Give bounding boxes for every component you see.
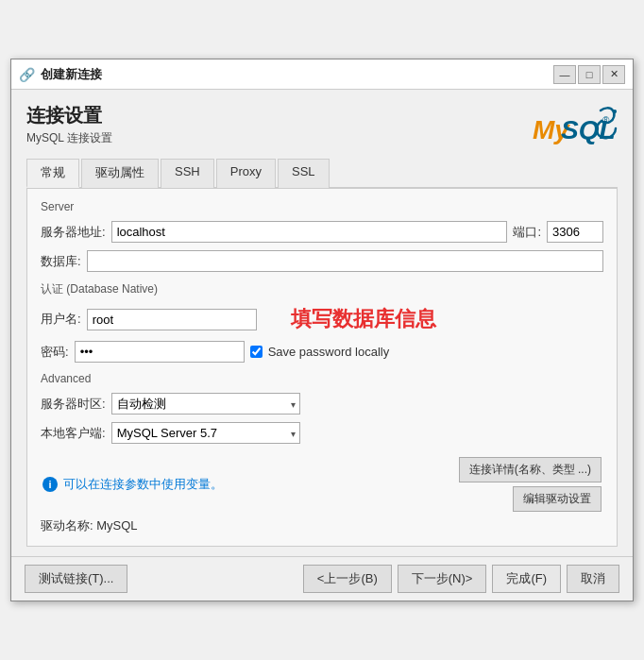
edit-driver-button[interactable]: 编辑驱动设置	[513, 486, 602, 512]
tabs-container: 常规 驱动属性 SSH Proxy SSL	[26, 158, 618, 189]
info-left: i 可以在连接参数中使用变量。	[42, 476, 223, 493]
server-section-label: Server	[41, 200, 603, 213]
info-bar: i 可以在连接参数中使用变量。 连接详情(名称、类型 ...) 编辑驱动设置	[41, 457, 603, 512]
port-label: 端口:	[513, 224, 541, 241]
driver-value: MySQL	[96, 518, 137, 533]
tab-general[interactable]: 常规	[26, 159, 79, 188]
advanced-section-label: Advanced	[41, 372, 603, 385]
page-subtitle: MySQL 连接设置	[26, 130, 112, 146]
host-label: 服务器地址:	[41, 224, 106, 241]
timezone-select[interactable]: 自动检测 UTC Asia/Shanghai	[111, 393, 300, 415]
password-row: 密码: Save password locally	[41, 341, 603, 363]
tab-driver[interactable]: 驱动属性	[81, 159, 159, 188]
save-password-label: Save password locally	[268, 345, 390, 359]
driver-label: 驱动名称:	[41, 518, 93, 533]
username-input[interactable]	[87, 309, 257, 330]
server-host-row: 服务器地址: 端口:	[41, 221, 603, 243]
page-title: 连接设置	[26, 103, 112, 128]
window-body: 连接设置 MySQL 连接设置 My SQL ® 常规 驱动属性 SSH	[11, 90, 633, 556]
header-section: 连接设置 MySQL 连接设置 My SQL ®	[26, 103, 618, 150]
tab-content: Server 服务器地址: 端口: 数据库: 认证 (Database Nati…	[26, 189, 618, 547]
client-label: 本地客户端:	[41, 425, 106, 442]
client-select-wrapper: MySQL Server 5.7 MySQL Server 8.0	[111, 422, 300, 444]
tab-proxy[interactable]: Proxy	[216, 159, 276, 188]
password-label: 密码:	[41, 344, 69, 361]
close-button[interactable]: ✕	[602, 65, 625, 84]
port-input[interactable]	[547, 221, 603, 243]
connection-detail-button[interactable]: 连接详情(名称、类型 ...)	[459, 457, 602, 482]
advanced-section: Advanced 服务器时区: 自动检测 UTC Asia/Shanghai 本…	[41, 372, 603, 444]
database-label: 数据库:	[41, 253, 81, 270]
info-right: 连接详情(名称、类型 ...) 编辑驱动设置	[459, 457, 602, 512]
timezone-row: 服务器时区: 自动检测 UTC Asia/Shanghai	[41, 393, 603, 415]
password-input[interactable]	[75, 341, 245, 363]
auth-section: 认证 (Database Native) 用户名: 填写数据库信息 密码: Sa…	[41, 281, 603, 363]
footer-left: 测试链接(T)...	[25, 565, 127, 593]
svg-text:®: ®	[602, 115, 610, 126]
title-bar: 🔗 创建新连接 — □ ✕	[11, 59, 633, 90]
tab-ssh[interactable]: SSH	[161, 159, 214, 188]
username-row: 用户名: 填写数据库信息	[41, 305, 603, 333]
back-button[interactable]: <上一步(B)	[303, 565, 392, 593]
save-password-checkbox[interactable]	[250, 346, 263, 358]
timezone-select-wrapper: 自动检测 UTC Asia/Shanghai	[111, 393, 300, 415]
client-row: 本地客户端: MySQL Server 5.7 MySQL Server 8.0	[41, 422, 603, 444]
mysql-logo-svg: My SQL ®	[533, 103, 618, 150]
minimize-button[interactable]: —	[553, 65, 576, 84]
driver-row: 驱动名称: MySQL	[41, 517, 603, 534]
auth-section-label: 认证 (Database Native)	[41, 281, 603, 297]
database-input[interactable]	[87, 250, 603, 272]
username-label: 用户名:	[41, 311, 81, 328]
save-password-row: Save password locally	[250, 345, 390, 359]
maximize-button[interactable]: □	[578, 65, 601, 84]
finish-button[interactable]: 完成(F)	[492, 565, 561, 593]
footer: 测试链接(T)... <上一步(B) 下一步(N)> 完成(F) 取消	[11, 556, 633, 601]
database-row: 数据库:	[41, 250, 603, 272]
host-input[interactable]	[111, 221, 508, 243]
info-text: 可以在连接参数中使用变量。	[63, 476, 223, 493]
info-icon: i	[42, 477, 58, 492]
timezone-label: 服务器时区:	[41, 396, 106, 413]
footer-right: <上一步(B) 下一步(N)> 完成(F) 取消	[303, 565, 619, 593]
mysql-logo: My SQL ®	[533, 103, 618, 150]
window-controls: — □ ✕	[553, 65, 625, 84]
next-button[interactable]: 下一步(N)>	[398, 565, 487, 593]
client-select[interactable]: MySQL Server 5.7 MySQL Server 8.0	[111, 422, 300, 444]
cancel-button[interactable]: 取消	[567, 565, 619, 593]
test-connection-button[interactable]: 测试链接(T)...	[25, 565, 127, 593]
header-titles: 连接设置 MySQL 连接设置	[26, 103, 112, 146]
fill-hint: 填写数据库信息	[291, 305, 436, 333]
window-icon: 🔗	[19, 67, 35, 82]
tab-ssl[interactable]: SSL	[278, 159, 330, 188]
window-title: 创建新连接	[41, 66, 553, 83]
main-window: 🔗 创建新连接 — □ ✕ 连接设置 MySQL 连接设置 My	[10, 59, 634, 601]
